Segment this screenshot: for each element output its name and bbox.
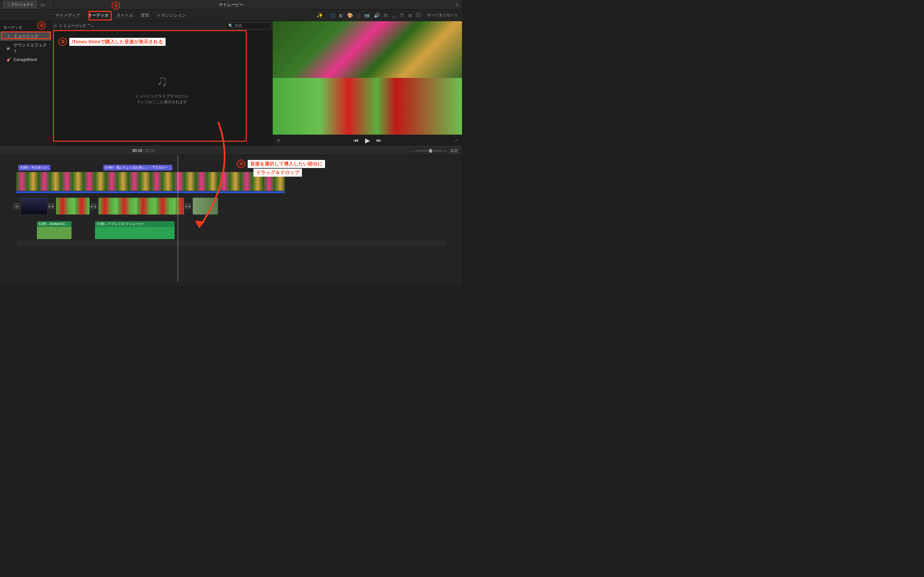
annotation-text-4b: ドラッグ＆ドロップ (254, 169, 302, 177)
empty-message-line2: テンツがここに表示されます (135, 99, 189, 105)
fullscreen-icon[interactable]: ⤢ (455, 138, 458, 143)
audio-sidebar: オーディオ ♫ ミュージック 🔉 サウンドエフェクト 🎸 GarageBand (0, 21, 51, 146)
annotation-text-4a: 音楽を選択して導入したい部分に (248, 160, 325, 168)
preview-panel: 🎙 ⏮ ▶ ⏭ ⤢ (273, 21, 462, 146)
video-clip[interactable] (21, 197, 47, 215)
preview-frame-top (273, 21, 462, 78)
audio-clip-label: 4.0秒 – Ambient E… (37, 221, 71, 227)
audio-track: 4.0秒 – Ambient E… 9.3秒 – アフレコ-3: マイムービー (16, 221, 446, 239)
tab-transitions[interactable]: トランジション (153, 10, 190, 21)
guitar-icon: 🎸 (6, 57, 11, 62)
color-balance-icon[interactable]: ◐ (339, 13, 343, 18)
preview-frame-bottom (273, 78, 462, 135)
adjust-toolbar: ✨ ▢ ◐ 🎨 ⎕ 📹 🔊 ⦀⦀ ◡ ⏱ ⊚ ⓘ すべてをリセット (317, 12, 462, 18)
chevron-left-icon: 〈 (6, 2, 10, 7)
waveform (37, 227, 71, 239)
search-input[interactable] (234, 23, 267, 28)
sidebar-item-music[interactable]: ♫ ミュージック (0, 32, 51, 41)
zoom-slider[interactable]: — — (412, 149, 447, 153)
transition-icon[interactable]: ⏵⏴ (185, 203, 191, 209)
browser-header: ⎚ ♫ ミュージック ⌃⌄ 🔍 (51, 21, 273, 30)
download-icon[interactable]: ↓ (49, 2, 52, 7)
sidebar-item-label: GarageBand (13, 57, 37, 62)
slider-thumb[interactable] (429, 149, 432, 153)
slider-track[interactable] (417, 150, 442, 151)
audio-clip[interactable]: 4.0秒 – Ambient E… (37, 221, 71, 239)
timeline[interactable]: 4.0秒 – 今日見つけ… 8.4秒 – 風にそよぐ花が美しい – 下三分の一 … (0, 155, 462, 287)
clip-row: ◂ ⏵⏴ ⏵⏴ ⏵⏴ (16, 197, 446, 217)
media-import-icon[interactable]: ⎚♪ (41, 2, 45, 7)
sidebar-item-garageband[interactable]: 🎸 GarageBand (0, 55, 51, 63)
music-note-icon: ♫ (156, 72, 168, 89)
crop-frame-icon[interactable]: ▢ (331, 13, 335, 18)
microphone-icon[interactable]: 🎙 (276, 138, 281, 143)
music-small-icon: ♫ (59, 23, 62, 28)
transition-icon[interactable]: ⏵⏴ (48, 203, 55, 209)
title-clip[interactable]: 4.0秒 – 今日見つけ… (18, 165, 50, 171)
reset-all-button[interactable]: すべてをリセット (427, 13, 458, 18)
search-box[interactable]: 🔍 (225, 23, 270, 29)
filter-icon[interactable]: ⊚ (408, 13, 412, 18)
volume-icon[interactable]: 🔊 (374, 13, 380, 18)
tab-bar: マイメディア オーディオ タイトル 背景 トランジション ✨ ▢ ◐ 🎨 ⎕ 📹… (0, 10, 462, 21)
audio-clip[interactable]: 9.3秒 – アフレコ-3: マイムービー (95, 221, 174, 239)
info-icon[interactable]: ⓘ (416, 12, 421, 18)
search-icon: 🔍 (228, 23, 233, 28)
annotation-1: ① (111, 1, 120, 10)
play-button[interactable]: ▶ (365, 137, 370, 144)
speaker-icon: 🔉 (6, 46, 11, 50)
audio-clip-label: 9.3秒 – アフレコ-3: マイムービー (95, 221, 174, 227)
color-correction-icon[interactable]: 🎨 (347, 13, 353, 18)
total-time: 00:32 (145, 148, 155, 153)
zoom-out-icon: — (412, 149, 415, 153)
video-clip[interactable] (56, 197, 90, 215)
equalizer-icon[interactable]: ⦀⦀ (384, 13, 388, 18)
bgm-track[interactable]: ♫ (16, 240, 446, 246)
annotation-2: ② (37, 21, 45, 29)
tab-backgrounds[interactable]: 背景 (137, 10, 153, 21)
sidebar-item-label: ミュージック (13, 33, 39, 39)
transition-icon[interactable]: ⏵⏴ (90, 203, 97, 209)
video-clip[interactable] (98, 197, 184, 215)
waveform (95, 227, 174, 239)
annotation-text-3: iTunes Storeで購入した音楽が表示される (69, 38, 166, 46)
next-button[interactable]: ⏭ (376, 137, 381, 143)
project-title: マイムービー (218, 2, 244, 8)
prev-button[interactable]: ⏮ (354, 137, 359, 143)
back-button[interactable]: 〈 プロジェクト (3, 1, 37, 8)
sidebar-item-label: サウンドエフェクト (13, 42, 48, 54)
media-tabs: マイメディア オーディオ タイトル 背景 トランジション (51, 10, 190, 21)
title-clip[interactable]: 8.4秒 – 風にそよぐ花が美しい – 下三分の一 … (103, 165, 172, 171)
share-icon[interactable]: ⇪ (455, 2, 459, 7)
noise-reduce-icon[interactable]: ◡ (391, 13, 396, 18)
zoom-in-icon: — (443, 149, 447, 153)
stabilize-icon[interactable]: 📹 (364, 13, 370, 18)
browser-empty-state: ♫ ミュージックライブラリのコン テンツがここに表示されます (51, 30, 273, 146)
clip-audio-bar (16, 191, 285, 193)
music-icon: ♫ (6, 34, 11, 39)
preview-video[interactable] (273, 21, 462, 135)
tab-audio[interactable]: オーディオ (84, 10, 113, 21)
sidebar-toggle-icon[interactable]: ⎚ (54, 23, 57, 28)
tab-mymedia[interactable]: マイメディア (51, 10, 84, 21)
preview-controls: 🎙 ⏮ ▶ ⏭ ⤢ (273, 135, 462, 146)
updown-icon: ⌃⌄ (87, 23, 94, 28)
crop-icon[interactable]: ⎕ (357, 13, 360, 18)
time-display: 00:18 / 00:32 (132, 148, 155, 153)
library-selector[interactable]: ♫ ミュージック ⌃⌄ (59, 23, 94, 29)
transition-icon[interactable]: ◂ (13, 203, 20, 209)
video-clip[interactable] (192, 197, 218, 215)
sidebar-item-soundeffects[interactable]: 🔉 サウンドエフェクト (0, 41, 51, 55)
speed-icon[interactable]: ⏱ (399, 13, 404, 18)
current-time: 00:18 (132, 148, 142, 153)
timeline-header: 00:18 / 00:32 — — 設定 (0, 146, 462, 155)
empty-message-line1: ミュージックライブラリのコン (135, 93, 189, 99)
library-label: ミュージック (63, 23, 86, 29)
bgm-music-icon: ♫ (18, 241, 21, 245)
top-bar: 〈 プロジェクト ⎚♪ ↓ マイムービー ⇪ (0, 0, 462, 10)
tab-titles[interactable]: タイトル (113, 10, 137, 21)
magic-wand-icon[interactable]: ✨ (317, 12, 323, 18)
back-label: プロジェクト (11, 2, 34, 7)
annotation-3: ③ iTunes Storeで購入した音楽が表示される (58, 37, 166, 46)
timeline-settings-button[interactable]: 設定 (451, 148, 458, 153)
